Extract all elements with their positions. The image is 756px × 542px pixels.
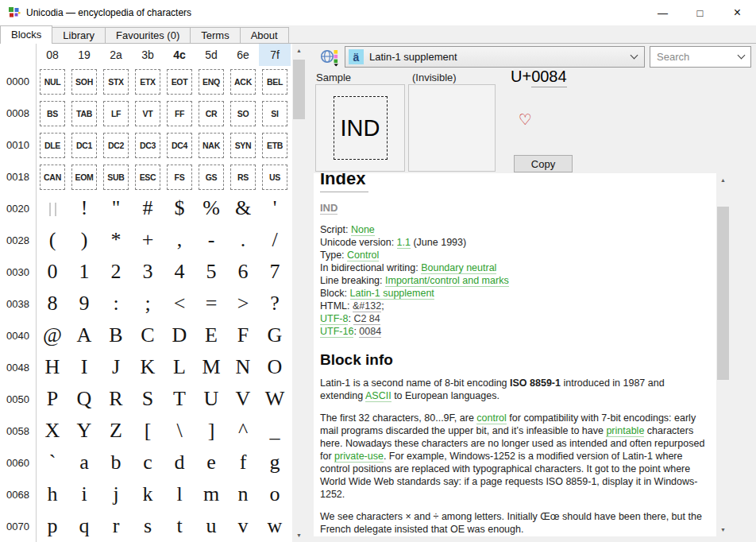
grid-cell[interactable]: o bbox=[259, 479, 291, 511]
green-link[interactable]: printable bbox=[606, 425, 644, 437]
green-link[interactable]: Control bbox=[347, 250, 379, 261]
grid-cell[interactable]: , bbox=[164, 225, 195, 257]
grid-cell[interactable]: L bbox=[164, 352, 195, 384]
grid-cell[interactable]: @ bbox=[37, 320, 68, 352]
grid-cell[interactable]: E bbox=[195, 320, 227, 352]
grid-cell[interactable]: RS bbox=[227, 161, 259, 193]
grid-cell[interactable]: I bbox=[68, 352, 100, 384]
document-scrollbar[interactable]: ▲ ▼ bbox=[716, 173, 730, 536]
grid-cell[interactable]: u bbox=[195, 511, 227, 542]
green-link[interactable]: UTF-16 bbox=[320, 326, 353, 338]
grid-cell[interactable]: e bbox=[195, 447, 227, 479]
underlined-value[interactable]: &#132 bbox=[353, 300, 381, 312]
grid-cell[interactable]: F bbox=[227, 320, 259, 352]
grid-cell[interactable]: ? bbox=[259, 288, 291, 320]
grid-cell[interactable]: U bbox=[195, 384, 227, 416]
grid-cell[interactable]: j bbox=[100, 479, 132, 511]
column-header-3b[interactable]: 3b bbox=[132, 44, 164, 66]
grid-cell[interactable]: NUL bbox=[37, 66, 68, 98]
grid-cell[interactable]: DC4 bbox=[164, 130, 195, 161]
grid-cell[interactable] bbox=[37, 193, 68, 225]
grid-scrollbar[interactable]: ▲ ▼ bbox=[292, 44, 306, 542]
grid-cell[interactable]: ] bbox=[195, 416, 227, 447]
glyph-variant-button[interactable] bbox=[317, 47, 342, 68]
grid-cell[interactable]: H bbox=[37, 352, 68, 384]
grid-cell[interactable]: . bbox=[227, 225, 259, 257]
grid-cell[interactable]: O bbox=[259, 352, 291, 384]
maximize-button[interactable]: □ bbox=[681, 0, 719, 25]
column-header-2a[interactable]: 2a bbox=[100, 44, 132, 66]
underlined-value[interactable]: 0084 bbox=[359, 326, 381, 338]
grid-cell[interactable]: & bbox=[227, 193, 259, 225]
underlined-value[interactable]: C2 84 bbox=[353, 313, 380, 325]
grid-cell[interactable]: \ bbox=[164, 416, 195, 447]
grid-cell[interactable]: ( bbox=[37, 225, 68, 257]
grid-cell[interactable]: ' bbox=[259, 193, 291, 225]
scroll-up-arrow-icon[interactable]: ▲ bbox=[716, 173, 730, 187]
grid-cell[interactable]: ESC bbox=[132, 161, 164, 193]
column-header-6e[interactable]: 6e bbox=[227, 44, 259, 66]
grid-cell[interactable]: f bbox=[227, 447, 259, 479]
grid-cell[interactable]: US bbox=[259, 161, 291, 193]
grid-cell[interactable]: _ bbox=[259, 416, 291, 447]
grid-cell[interactable]: K bbox=[132, 352, 164, 384]
grid-cell[interactable]: SUB bbox=[100, 161, 132, 193]
close-button[interactable]: × bbox=[719, 0, 756, 25]
document-scrollbar-thumb[interactable] bbox=[717, 207, 729, 380]
grid-cell[interactable]: D bbox=[164, 320, 195, 352]
green-link[interactable]: Important/control and marks bbox=[385, 275, 509, 287]
grid-cell[interactable]: " bbox=[100, 193, 132, 225]
grid-cell[interactable]: v bbox=[227, 511, 259, 542]
green-link[interactable]: UTF-8 bbox=[320, 313, 348, 325]
scroll-down-arrow-icon[interactable]: ▼ bbox=[716, 523, 730, 536]
grid-cell[interactable]: S bbox=[132, 384, 164, 416]
grid-cell[interactable]: b bbox=[100, 447, 132, 479]
grid-cell[interactable]: X bbox=[37, 416, 68, 447]
grid-cell[interactable]: 3 bbox=[132, 257, 164, 288]
column-header-19[interactable]: 19 bbox=[68, 44, 100, 66]
grid-cell[interactable]: / bbox=[259, 225, 291, 257]
grid-cell[interactable]: M bbox=[195, 352, 227, 384]
tab-favourites-0[interactable]: Favourites (0) bbox=[105, 27, 191, 43]
block-select-dropdown[interactable]: ä Latin-1 supplement bbox=[345, 46, 645, 68]
grid-cell[interactable]: SO bbox=[227, 98, 259, 130]
green-link[interactable]: control bbox=[476, 412, 507, 424]
grid-cell[interactable]: BS bbox=[37, 98, 68, 130]
grid-cell[interactable]: DLE bbox=[37, 130, 68, 161]
grid-cell[interactable]: n bbox=[227, 479, 259, 511]
favourite-heart-icon[interactable]: ♡ bbox=[519, 110, 532, 129]
grid-cell[interactable]: ^ bbox=[227, 416, 259, 447]
grid-cell[interactable]: R bbox=[100, 384, 132, 416]
grid-cell[interactable]: ! bbox=[68, 193, 100, 225]
tab-terms[interactable]: Terms bbox=[190, 27, 240, 43]
search-input[interactable] bbox=[657, 51, 739, 63]
grid-cell[interactable]: P bbox=[37, 384, 68, 416]
grid-cell[interactable]: p bbox=[37, 511, 68, 542]
grid-cell[interactable]: * bbox=[100, 225, 132, 257]
grid-cell[interactable]: SOH bbox=[68, 66, 100, 98]
grid-cell[interactable]: 6 bbox=[227, 257, 259, 288]
grid-cell[interactable]: h bbox=[37, 479, 68, 511]
grid-cell[interactable]: ETX bbox=[132, 66, 164, 98]
grid-cell[interactable]: ACK bbox=[227, 66, 259, 98]
grid-cell[interactable]: 5 bbox=[195, 257, 227, 288]
grid-cell[interactable]: 8 bbox=[37, 288, 68, 320]
grid-cell[interactable]: FS bbox=[164, 161, 195, 193]
grid-cell[interactable]: i bbox=[68, 479, 100, 511]
grid-cell[interactable]: GS bbox=[195, 161, 227, 193]
grid-cell[interactable]: ETB bbox=[259, 130, 291, 161]
grid-cell[interactable]: m bbox=[195, 479, 227, 511]
grid-cell[interactable]: N bbox=[227, 352, 259, 384]
grid-cell[interactable]: DC3 bbox=[132, 130, 164, 161]
grid-cell[interactable]: CR bbox=[195, 98, 227, 130]
grid-cell[interactable]: NAK bbox=[195, 130, 227, 161]
grid-cell[interactable]: V bbox=[227, 384, 259, 416]
grid-cell[interactable]: BEL bbox=[259, 66, 291, 98]
grid-cell[interactable]: l bbox=[164, 479, 195, 511]
grid-cell[interactable]: a bbox=[68, 447, 100, 479]
scroll-up-arrow-icon[interactable]: ▲ bbox=[292, 44, 306, 57]
grid-cell[interactable]: LF bbox=[100, 98, 132, 130]
grid-cell[interactable]: DC2 bbox=[100, 130, 132, 161]
grid-cell[interactable]: G bbox=[259, 320, 291, 352]
codepoint-digits[interactable]: 0084 bbox=[531, 68, 567, 87]
